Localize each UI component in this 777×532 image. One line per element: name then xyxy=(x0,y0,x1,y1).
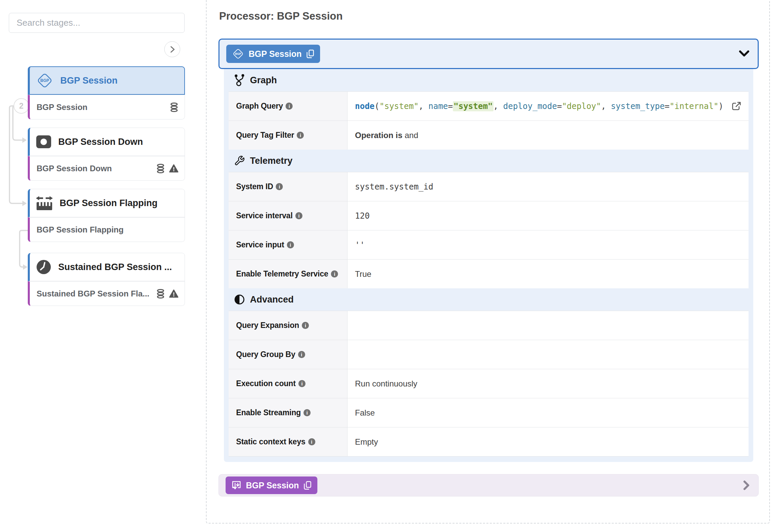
info-icon[interactable] xyxy=(302,322,309,329)
processor-chip[interactable]: BGP BGP Session xyxy=(226,45,320,63)
info-icon[interactable] xyxy=(303,409,311,416)
property-row-graph-query: Graph Query node("system", name="system"… xyxy=(229,91,749,120)
info-icon[interactable] xyxy=(308,438,315,445)
stage-title: BGP Session Down xyxy=(58,137,143,147)
property-label: Execution count xyxy=(229,369,348,398)
contrast-icon xyxy=(234,294,245,305)
property-label: Graph Query xyxy=(229,92,348,120)
stage-sub-label: BGP Session xyxy=(37,103,87,112)
property-row-query-tag-filter: Query Tag Filter Operation is and xyxy=(229,120,749,150)
bgp-diamond-icon: BGP xyxy=(232,48,244,60)
collapse-sidebar-button[interactable] xyxy=(164,41,180,57)
svg-text:BGP: BGP xyxy=(235,52,241,56)
property-row-execution-count: Execution count Run continuously xyxy=(229,369,749,398)
info-icon[interactable] xyxy=(298,380,306,387)
wrench-icon xyxy=(234,155,245,166)
property-label: Service input xyxy=(229,230,348,259)
property-value: '' xyxy=(348,230,749,259)
record-icon xyxy=(36,135,51,149)
stage-card-sustained-bgp-session[interactable]: Sustained BGP Session ... xyxy=(28,253,185,281)
stages-sidebar: 2 BGP BGP Session BGP Session xyxy=(0,0,206,532)
external-link-icon[interactable] xyxy=(732,102,741,111)
processor-header[interactable]: BGP BGP Session xyxy=(218,39,759,69)
property-value: False xyxy=(348,398,749,427)
property-label: Service interval xyxy=(229,201,348,230)
processor-panel-container: Processor: BGP Session BGP BGP Session xyxy=(206,0,770,524)
branch-count-badge: 2 xyxy=(14,98,29,114)
graph-query-value: node("system", name="system", deploy_mod… xyxy=(348,92,749,120)
section-heading-telemetry: Telemetry xyxy=(229,150,749,172)
property-row-query-group-by: Query Group By xyxy=(229,340,749,369)
stage-title: BGP Session xyxy=(60,75,118,86)
stage-subrow-bgp-session-down[interactable]: BGP Session Down xyxy=(28,156,185,181)
graph-query-code: node("system", name="system", deploy_mod… xyxy=(355,102,723,111)
info-icon[interactable] xyxy=(331,270,338,278)
property-value: Empty xyxy=(348,427,749,456)
info-icon[interactable] xyxy=(298,351,305,358)
warning-icon xyxy=(169,164,178,173)
clock-icon xyxy=(36,259,51,275)
copy-icon[interactable] xyxy=(306,49,314,59)
property-label: Query Group By xyxy=(229,340,348,369)
app-canvas: 2 BGP BGP Session BGP Session xyxy=(0,0,777,532)
chevron-right-icon[interactable] xyxy=(743,480,750,491)
property-value xyxy=(348,340,749,369)
property-label: System ID xyxy=(229,172,348,201)
page-title: Processor: BGP Session xyxy=(219,10,769,22)
database-icon xyxy=(156,163,165,174)
search-input[interactable] xyxy=(9,13,185,33)
stage-card-bgp-session[interactable]: BGP BGP Session xyxy=(28,66,185,95)
query-tag-filter-value: Operation is and xyxy=(348,121,749,150)
copy-icon[interactable] xyxy=(303,481,312,490)
output-chip[interactable]: BGP Session xyxy=(226,476,317,494)
property-value: 120 xyxy=(348,201,749,230)
property-label: Static context keys xyxy=(229,427,348,456)
flapping-icon xyxy=(36,195,53,211)
output-chip-label: BGP Session xyxy=(246,481,299,490)
database-icon xyxy=(156,289,165,299)
property-label: Enable Telemetry Service xyxy=(229,260,348,288)
section-heading-advanced: Advanced xyxy=(229,288,749,311)
info-icon[interactable] xyxy=(286,103,293,110)
stage-subrow-bgp-session-flapping[interactable]: BGP Session Flapping xyxy=(28,217,185,242)
property-label: Enable Streaming xyxy=(229,398,348,427)
processor-chip-label: BGP Session xyxy=(249,49,302,59)
property-label: Query Tag Filter xyxy=(229,121,348,150)
property-value: True xyxy=(348,260,749,288)
property-label: Query Expansion xyxy=(229,311,348,340)
property-row-service-input: Service input '' xyxy=(229,230,749,259)
stage-group-sustained-bgp-session: Sustained BGP Session ... Sustained BGP … xyxy=(28,253,185,306)
stage-subrow-bgp-session[interactable]: BGP Session xyxy=(28,95,185,119)
stage-subrow-sustained-bgp-session[interactable]: Sustained BGP Session Fla... xyxy=(28,281,185,306)
property-row-enable-telemetry-service: Enable Telemetry Service True xyxy=(229,259,749,288)
property-row-query-expansion: Query Expansion xyxy=(229,311,749,340)
stage-title: Sustained BGP Session ... xyxy=(58,262,172,272)
info-icon[interactable] xyxy=(276,183,283,190)
stage-card-bgp-session-flapping[interactable]: BGP Session Flapping xyxy=(28,189,185,217)
section-heading-graph: Graph xyxy=(229,69,749,91)
chevron-right-icon xyxy=(169,45,176,53)
property-value: Run continuously xyxy=(348,369,749,398)
info-icon[interactable] xyxy=(297,132,304,139)
svg-text:BGP: BGP xyxy=(40,78,49,83)
stage-group-bgp-session-down: BGP Session Down BGP Session Down xyxy=(28,128,185,181)
property-row-system-id: System ID system.system_id xyxy=(229,172,749,201)
stage-sub-label: BGP Session Flapping xyxy=(37,225,124,235)
stage-group-bgp-session-flapping: BGP Session Flapping BGP Session Flappin… xyxy=(28,189,185,242)
output-row[interactable]: BGP Session xyxy=(218,474,759,496)
processor-body: Graph Graph Query node("system", name="s… xyxy=(224,69,753,462)
stage-title: BGP Session Flapping xyxy=(60,198,158,208)
stage-card-bgp-session-down[interactable]: BGP Session Down xyxy=(28,128,185,156)
property-value xyxy=(348,311,749,340)
stage-group-bgp-session: BGP BGP Session BGP Session xyxy=(28,66,185,119)
stage-sub-label: BGP Session Down xyxy=(37,164,112,173)
stage-sub-label: Sustained BGP Session Fla... xyxy=(37,289,149,298)
database-icon xyxy=(170,102,178,112)
property-row-service-interval: Service interval 120 xyxy=(229,201,749,230)
property-value: system.system_id xyxy=(348,172,749,201)
property-row-static-context-keys: Static context keys Empty xyxy=(229,427,749,457)
info-icon[interactable] xyxy=(295,212,302,219)
info-icon[interactable] xyxy=(287,241,294,248)
warning-icon xyxy=(169,289,178,298)
chevron-down-icon[interactable] xyxy=(738,50,750,58)
